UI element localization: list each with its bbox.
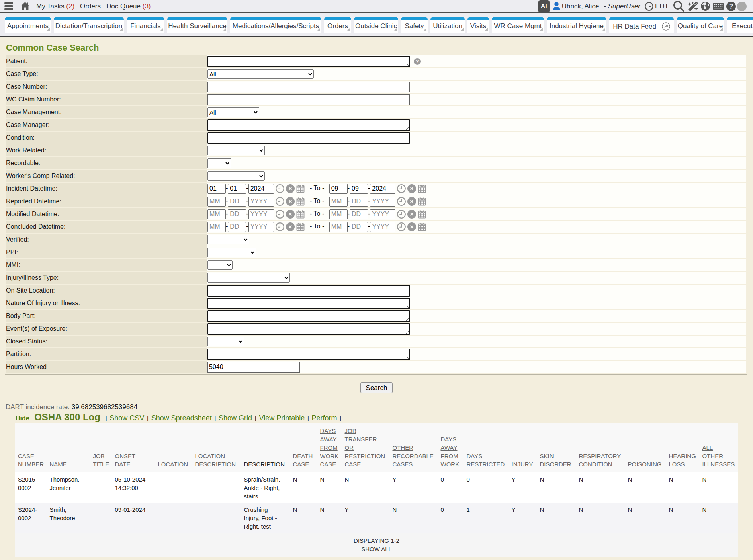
svg-text:?: ?	[729, 2, 733, 10]
svg-text:?: ?	[416, 59, 419, 64]
